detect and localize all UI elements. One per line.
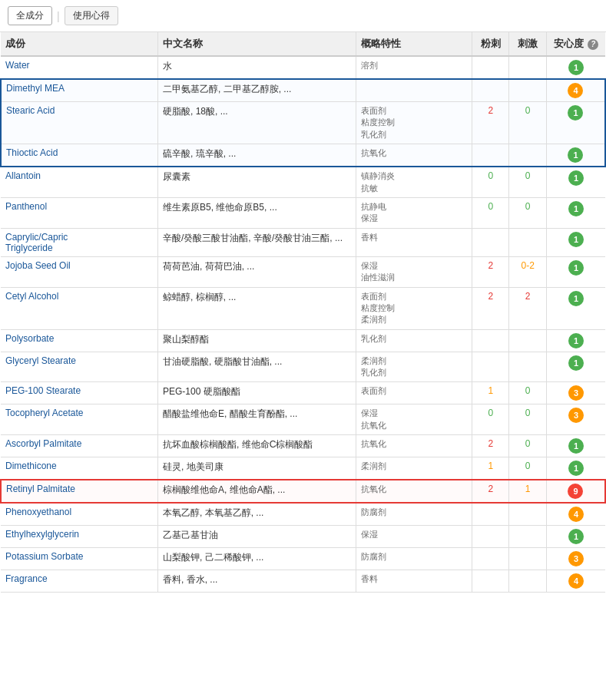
ingredient-link[interactable]: Polysorbate — [5, 333, 54, 344]
acne-cell: 2 — [472, 287, 509, 329]
ingredient-link[interactable]: Jojoba Seed Oil — [5, 260, 71, 271]
ingredient-link[interactable]: Fragrance — [5, 573, 48, 584]
all-ingredients-btn[interactable]: 全成分 — [8, 6, 52, 25]
table-row: Thioctic Acid硫辛酸, 琉辛酸, ...抗氧化1 — [1, 144, 605, 167]
ingredient-link[interactable]: Tocopheryl Acetate — [5, 408, 83, 418]
ingredient-name-cell: Caprylic/CapricTriglyceride — [1, 228, 158, 256]
safety-badge: 3 — [568, 408, 584, 423]
property-cell: 溶剂 — [356, 56, 472, 79]
th-ingredient: 成份 — [1, 32, 158, 56]
ingredient-link[interactable]: Glyceryl Stearate — [5, 355, 76, 366]
acne-value: 2 — [488, 105, 493, 116]
safety-cell: 1 — [546, 102, 605, 144]
safety-cell: 1 — [546, 144, 605, 167]
ingredient-name-cell: Phenoxyethanol — [1, 503, 158, 526]
acne-cell: 1 — [472, 457, 509, 480]
property-tag: 柔润剂 — [361, 356, 386, 365]
ingredient-link[interactable]: Ethylhexylglycerin — [5, 529, 79, 540]
safety-badge: 1 — [568, 291, 584, 306]
safety-badge: 4 — [568, 507, 584, 522]
ingredient-name-cell: Ascorbyl Palmitate — [1, 435, 158, 457]
safety-badge: 1 — [568, 260, 584, 276]
irritant-value: 0 — [525, 461, 531, 471]
ingredient-link[interactable]: PEG-100 Stearate — [5, 385, 81, 396]
table-row: PEG-100 StearatePEG-100 硬脂酸酯表面剂103 — [1, 382, 605, 404]
ingredient-link[interactable]: Potassium Sorbate — [5, 551, 83, 562]
chinese-name-cell: 醋酸盐维他命E, 醋酸生育酚酯, ... — [158, 404, 356, 435]
safety-cell: 1 — [546, 167, 605, 197]
table-row: Glyceryl Stearate甘油硬脂酸, 硬脂酸甘油酯, ...柔润剂乳化… — [1, 352, 605, 382]
chinese-name-cell: 本氧乙醇, 本氧基乙醇, ... — [158, 503, 356, 526]
chinese-name-cell: 抗坏血酸棕榈酸酯, 维他命C棕榈酸酯 — [158, 435, 356, 457]
acne-value: 0 — [488, 408, 493, 418]
ingredient-name-cell: Glyceryl Stearate — [1, 352, 158, 382]
acne-value: 2 — [488, 260, 493, 271]
safety-badge: 1 — [568, 333, 584, 348]
property-tag: 保湿 — [361, 530, 378, 539]
safety-cell: 1 — [546, 457, 605, 480]
property-tag: 乳化剂 — [361, 130, 386, 139]
ingredient-link[interactable]: Allantoin — [5, 170, 41, 181]
ingredient-name-cell: Dimethyl MEA — [1, 79, 158, 102]
acne-value: 1 — [488, 461, 493, 471]
property-tag: 抗静电 — [361, 202, 386, 211]
property-tag: 抗氧化 — [361, 148, 386, 157]
property-cell: 表面剂 — [356, 382, 472, 404]
acne-cell: 1 — [472, 382, 509, 404]
ingredient-link[interactable]: Retinyl Palmitate — [6, 484, 75, 494]
acne-cell — [472, 79, 509, 102]
irritant-value: 0-2 — [522, 260, 535, 271]
ingredient-link[interactable]: Water — [5, 60, 30, 71]
acne-cell — [472, 329, 509, 352]
safety-badge: 1 — [568, 60, 584, 75]
ingredient-link[interactable]: Dimethicone — [5, 461, 57, 471]
ingredient-link[interactable]: Dimethyl MEA — [6, 83, 65, 94]
property-tag: 柔润剂 — [361, 461, 386, 471]
chinese-name-cell: 鲸蜡醇, 棕榈醇, ... — [158, 287, 356, 329]
table-row: Ethylhexylglycerin乙基己基甘油保湿1 — [1, 526, 605, 548]
property-tag: 保湿 — [361, 213, 378, 223]
divider: | — [57, 10, 60, 22]
irritant-cell: 0 — [509, 167, 546, 197]
property-cell: 表面剂粘度控制乳化剂 — [356, 102, 472, 144]
safety-badge: 1 — [568, 355, 584, 371]
irritant-value: 0 — [525, 105, 531, 116]
safety-badge: 1 — [568, 105, 583, 121]
ingredient-name-cell: Jojoba Seed Oil — [1, 256, 158, 287]
irritant-cell: 0-2 — [509, 256, 546, 287]
property-tag: 镇静消炎 — [361, 171, 395, 180]
ingredient-name-cell: Allantoin — [1, 167, 158, 197]
table-row: Caprylic/CapricTriglyceride辛酸/癸酸三酸甘油酯, 辛… — [1, 228, 605, 256]
acne-cell — [472, 526, 509, 548]
acne-cell: 2 — [472, 256, 509, 287]
chinese-name-cell: 香料, 香水, ... — [158, 570, 356, 593]
safety-badge: 3 — [568, 551, 584, 566]
ingredient-link[interactable]: Panthenol — [5, 201, 47, 212]
ingredient-link[interactable]: Cetyl Alcohol — [5, 291, 58, 302]
safety-cell: 1 — [546, 256, 605, 287]
acne-value: 2 — [488, 484, 493, 494]
acne-cell — [472, 570, 509, 593]
irritant-cell — [509, 329, 546, 352]
ingredient-link[interactable]: Caprylic/CapricTriglyceride — [5, 232, 68, 253]
chinese-name-cell: 硫辛酸, 琉辛酸, ... — [158, 144, 356, 167]
chinese-name-cell: 辛酸/癸酸三酸甘油酯, 辛酸/癸酸甘油三酯, ... — [158, 228, 356, 256]
irritant-value: 0 — [525, 201, 531, 212]
safety-help-icon[interactable]: ? — [588, 39, 598, 50]
irritant-cell — [509, 570, 546, 593]
safety-cell: 1 — [546, 287, 605, 329]
safety-badge: 1 — [568, 147, 583, 163]
property-cell: 香料 — [356, 228, 472, 256]
property-cell: 防腐剂 — [356, 503, 472, 526]
ingredient-link[interactable]: Ascorbyl Palmitate — [5, 438, 81, 449]
table-row: Phenoxyethanol本氧乙醇, 本氧基乙醇, ...防腐剂4 — [1, 503, 605, 526]
property-cell: 表面剂粘度控制柔润剂 — [356, 287, 472, 329]
ingredient-link[interactable]: Stearic Acid — [6, 105, 55, 116]
property-cell: 保湿 — [356, 526, 472, 548]
irritant-cell: 0 — [509, 404, 546, 435]
ingredient-link[interactable]: Phenoxyethanol — [5, 507, 71, 517]
table-row: Water水溶剂1 — [1, 56, 605, 79]
usage-experience-btn[interactable]: 使用心得 — [65, 6, 118, 25]
ingredient-link[interactable]: Thioctic Acid — [6, 147, 58, 158]
safety-cell: 1 — [546, 435, 605, 457]
